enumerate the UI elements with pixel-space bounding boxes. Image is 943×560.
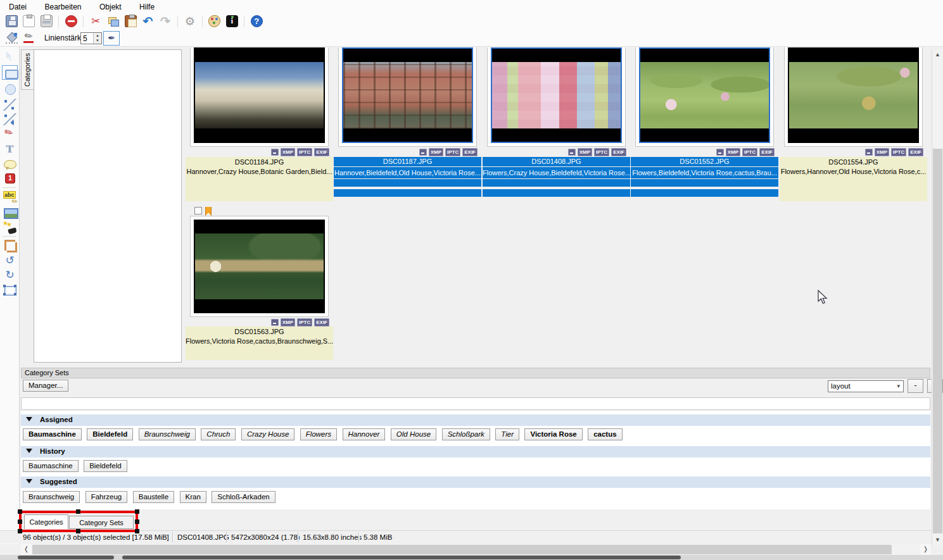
category-button-schlosspark[interactable]: Schloßpark bbox=[442, 428, 490, 440]
paste-icon[interactable] bbox=[125, 15, 137, 27]
thumbnail-image-frame[interactable] bbox=[338, 47, 477, 147]
mouse-cursor bbox=[817, 290, 828, 308]
scroll-up-arrow[interactable]: ▲ bbox=[932, 49, 943, 60]
tab-categories[interactable]: Categories bbox=[24, 514, 68, 529]
help-icon[interactable] bbox=[251, 15, 263, 27]
collapse-triangle-icon[interactable] bbox=[26, 417, 32, 421]
freehand-tool-icon[interactable] bbox=[2, 127, 18, 141]
thumbnail-checkbox[interactable] bbox=[194, 207, 202, 215]
thumbnail-label[interactable]: DSC01184.JPG Hannover,Crazy House,Botani… bbox=[186, 157, 333, 201]
cut-icon[interactable] bbox=[90, 15, 102, 27]
scroll-right-arrow[interactable]: ❭ bbox=[920, 544, 931, 555]
menu-hilfe[interactable]: Hilfe bbox=[133, 0, 161, 14]
counter-tool-icon[interactable] bbox=[2, 171, 18, 185]
note-tool-icon[interactable] bbox=[2, 157, 18, 171]
line-tool-icon[interactable] bbox=[2, 97, 18, 112]
category-button-tier[interactable]: Tier bbox=[495, 428, 519, 440]
save-icon[interactable] bbox=[6, 15, 18, 27]
spell-edit-tool-icon[interactable] bbox=[2, 190, 18, 204]
layout-dropdown[interactable]: layout ▾ bbox=[828, 380, 904, 392]
thumbnail-categories: Flowers,Hannover,Old House,Victoria Rose… bbox=[780, 168, 927, 178]
rotate-right-tool-icon[interactable] bbox=[2, 268, 18, 283]
thumbnail-label[interactable]: DSC01408.JPG Flowers,Crazy House,Bieldef… bbox=[483, 157, 630, 197]
thumbnail-label[interactable]: DSC01554.JPG Flowers,Hannover,Old House,… bbox=[780, 157, 927, 201]
category-button-crazy-house[interactable]: Crazy House bbox=[241, 428, 294, 440]
categories-tree-panel[interactable] bbox=[34, 49, 182, 363]
vertical-scrollbar[interactable]: ▲ ▼ bbox=[932, 49, 942, 545]
print-icon[interactable] bbox=[41, 15, 53, 27]
history-button-baumaschine[interactable]: Baumaschine bbox=[23, 460, 79, 472]
category-button-cactus[interactable]: cactus bbox=[588, 428, 622, 440]
pen-tool-button[interactable] bbox=[103, 31, 120, 46]
remove-set-button[interactable]: - bbox=[908, 379, 923, 393]
spinner-arrows[interactable]: ▲▼ bbox=[93, 33, 101, 44]
categories-side-tab[interactable]: Categories bbox=[21, 49, 34, 90]
manager-button[interactable]: Manager... bbox=[23, 380, 68, 392]
palette-icon[interactable] bbox=[208, 15, 220, 27]
toolbar-separator bbox=[202, 16, 203, 27]
category-button-bieldefeld[interactable]: Bieldefeld bbox=[87, 428, 133, 440]
suggested-button-schloss-arkaden[interactable]: Schloß-Arkaden bbox=[212, 491, 275, 503]
select-tool-icon[interactable] bbox=[2, 49, 18, 64]
clipboard-icon[interactable] bbox=[23, 15, 35, 27]
collapse-triangle-icon[interactable] bbox=[26, 479, 32, 483]
collapse-triangle-icon[interactable] bbox=[26, 449, 32, 453]
redo-icon bbox=[160, 15, 172, 27]
undo-icon[interactable] bbox=[142, 15, 154, 27]
vertical-scrollbar-thumb[interactable] bbox=[933, 149, 942, 533]
thumbnail-image-frame[interactable] bbox=[635, 47, 774, 147]
category-button-hannover[interactable]: Hannover bbox=[343, 428, 386, 440]
crop-tool-icon[interactable] bbox=[2, 239, 18, 253]
thumbnail-label[interactable]: DSC01187.JPG Hannover,Bieldefeld,Old Hou… bbox=[334, 157, 481, 197]
remove-icon[interactable] bbox=[65, 15, 77, 27]
rotate-left-tool-icon[interactable] bbox=[2, 254, 18, 268]
selection-frame-tool-icon[interactable] bbox=[2, 283, 18, 297]
horizontal-scrollbar-thumb[interactable] bbox=[32, 545, 892, 554]
fill-color-icon[interactable] bbox=[6, 32, 18, 44]
suggested-section-header[interactable]: Suggested bbox=[21, 476, 930, 488]
menu-bearbeiten[interactable]: Bearbeiten bbox=[38, 0, 87, 14]
tab-category-sets[interactable]: Category Sets bbox=[69, 516, 134, 529]
info-icon[interactable] bbox=[226, 15, 238, 27]
category-button-chruch[interactable]: Chruch bbox=[201, 428, 236, 440]
history-section-header[interactable]: History bbox=[21, 446, 930, 457]
rectangle-tool-icon[interactable] bbox=[2, 65, 18, 80]
thumbnail-label[interactable]: DSC01563.JPG Flowers,Victoria Rose,cactu… bbox=[186, 327, 333, 360]
category-button-baumaschine[interactable]: Baumaschine bbox=[23, 428, 82, 440]
scroll-left-arrow[interactable]: ❬ bbox=[21, 544, 32, 555]
category-button-victoria-rose[interactable]: Victoria Rose bbox=[524, 428, 582, 440]
thumbnail-label[interactable]: DSC01552.JPG Flowers,Bieldefeld,Victoria… bbox=[631, 157, 778, 197]
suggested-section-title: Suggested bbox=[40, 478, 77, 485]
line-color-icon[interactable] bbox=[23, 32, 35, 44]
category-button-braunschweig[interactable]: Braunschweig bbox=[139, 428, 196, 440]
thumbnail-image-frame[interactable] bbox=[784, 47, 923, 147]
assigned-section-header[interactable]: Assigned bbox=[21, 414, 930, 426]
ellipse-tool-icon[interactable] bbox=[2, 82, 18, 96]
xmp-badge: XMP bbox=[281, 318, 295, 327]
text-tool-icon[interactable] bbox=[2, 142, 18, 156]
magic-wand-tool-icon[interactable] bbox=[2, 220, 18, 235]
suggested-button-kran[interactable]: Kran bbox=[180, 491, 206, 503]
thumbnail-image-frame[interactable] bbox=[487, 47, 626, 147]
copy-icon[interactable] bbox=[107, 15, 119, 27]
thumbnail-check-row bbox=[194, 207, 212, 216]
suggested-button-baustelle[interactable]: Baustelle bbox=[133, 491, 174, 503]
thumbnail-image-frame[interactable] bbox=[190, 216, 329, 317]
menu-objekt[interactable]: Objekt bbox=[93, 0, 128, 14]
category-button-flowers[interactable]: Flowers bbox=[300, 428, 337, 440]
menu-datei[interactable]: Datei bbox=[3, 0, 33, 14]
scroll-down-arrow[interactable]: ▼ bbox=[932, 535, 943, 545]
image-tool-icon[interactable] bbox=[2, 205, 18, 220]
arrow-tool-icon[interactable] bbox=[2, 112, 18, 127]
settings-icon[interactable] bbox=[184, 15, 196, 27]
status-dimensions: 5472x3080x24 (1.78) bbox=[231, 533, 300, 541]
history-button-bieldefeld[interactable]: Bieldefeld bbox=[84, 460, 127, 472]
thumbnail-image-frame[interactable] bbox=[190, 47, 329, 147]
category-button-old-house[interactable]: Old House bbox=[391, 428, 436, 440]
line-width-spinner[interactable]: 5 ▲▼ bbox=[80, 32, 102, 44]
horizontal-scrollbar[interactable]: ❬ ❭ bbox=[21, 544, 931, 555]
suggested-button-braunschweig[interactable]: Braunschweig bbox=[23, 491, 80, 503]
suggested-button-fahrzeug[interactable]: Fahrzeug bbox=[85, 491, 128, 503]
comment-indicator-icon bbox=[271, 319, 279, 326]
category-set-empty-row[interactable] bbox=[21, 397, 930, 410]
